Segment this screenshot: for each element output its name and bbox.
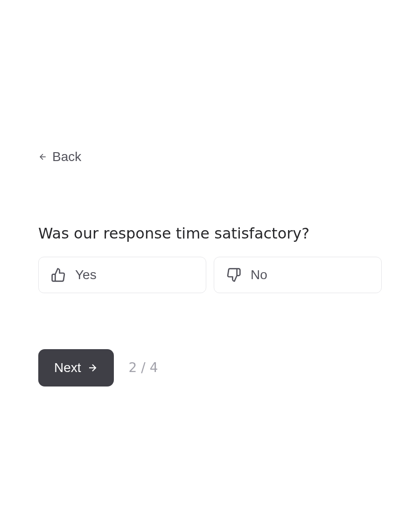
- arrow-right-icon: [87, 362, 98, 373]
- option-no-label: No: [251, 267, 267, 282]
- next-button[interactable]: Next: [38, 349, 114, 387]
- thumbs-up-icon: [51, 267, 66, 282]
- question-heading: Was our response time satisfactory?: [38, 224, 382, 244]
- thumbs-down-icon: [226, 267, 241, 282]
- option-yes-button[interactable]: Yes: [38, 257, 206, 293]
- next-label: Next: [54, 360, 81, 375]
- arrow-left-icon: [38, 152, 48, 162]
- back-label: Back: [52, 149, 81, 164]
- option-no-button[interactable]: No: [214, 257, 382, 293]
- footer: Next 2 / 4: [38, 349, 382, 387]
- back-button[interactable]: Back: [38, 149, 81, 164]
- options-group: Yes No: [38, 257, 382, 293]
- option-yes-label: Yes: [75, 267, 97, 282]
- page-counter: 2 / 4: [129, 360, 158, 375]
